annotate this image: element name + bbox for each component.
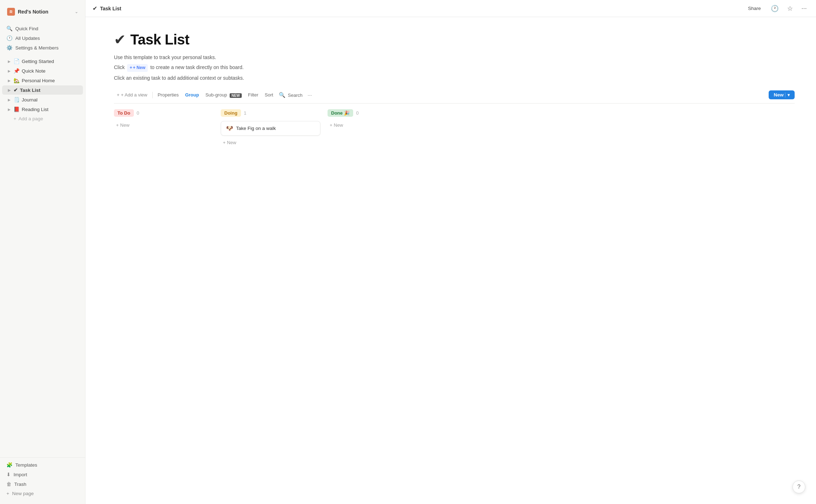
kanban-column-done: Done 🎉 0 + New [328, 109, 427, 129]
chevron-icon: ▶ [8, 98, 11, 102]
sidebar-item-quick-note[interactable]: ▶ 📌 Quick Note [2, 66, 83, 75]
share-button[interactable]: Share [744, 4, 764, 12]
sidebar-item-getting-started[interactable]: ▶ 📄 Getting Started [2, 57, 83, 66]
new-record-button[interactable]: New ▾ [769, 90, 795, 99]
column-count-todo: 0 [137, 110, 139, 116]
favorite-button[interactable]: ☆ [785, 3, 795, 14]
properties-button[interactable]: Properties [155, 91, 182, 99]
sidebar-item-reading-list[interactable]: ▶ 📕 Reading List [2, 105, 83, 114]
plus-icon: + [117, 92, 120, 98]
page-label: Getting Started [22, 59, 54, 64]
kanban-column-todo: To Do 0 + New [114, 109, 214, 129]
import-icon: ⬇ [6, 472, 11, 477]
templates-icon: 🧩 [6, 462, 12, 468]
quick-find-label: Quick Find [15, 26, 38, 31]
chevron-icon: ▶ [8, 107, 11, 111]
page-label: Personal Home [22, 78, 55, 83]
pages-section: ▶ 📄 Getting Started ▶ 📌 Quick Note ▶ 🏡 P… [0, 56, 85, 124]
plus-icon: + [223, 140, 226, 145]
plus-icon: + [14, 116, 16, 121]
chevron-icon: ▶ [8, 88, 11, 92]
plus-icon: + [6, 491, 9, 496]
column-count-done: 0 [356, 110, 359, 116]
new-page-label: New page [12, 491, 34, 496]
chevron-icon: ▶ [8, 59, 11, 63]
more-options-button[interactable]: ··· [799, 3, 809, 14]
settings-item[interactable]: ⚙️ Settings & Members [2, 43, 83, 52]
all-updates-item[interactable]: 🕐 All Updates [2, 33, 83, 43]
add-a-page-item[interactable]: ▶ + Add a page [2, 114, 83, 123]
workspace-avatar: R [7, 8, 15, 16]
plus-icon: + [330, 122, 333, 128]
page-content: ✔ Task List Use this template to track y… [85, 17, 816, 504]
column-label-done: Done 🎉 [328, 109, 353, 117]
add-card-done-button[interactable]: + New [328, 121, 345, 129]
page-icon: 🏡 [14, 78, 20, 83]
chevron-icon: ▶ [8, 79, 11, 83]
page-label: Reading List [22, 107, 48, 112]
sort-button[interactable]: Sort [262, 91, 276, 99]
page-description-3: Click an existing task to add additional… [114, 74, 795, 82]
search-icon: 🔍 [6, 26, 12, 31]
new-page-item[interactable]: + New page [2, 489, 83, 498]
kanban-column-doing: Doing 1 🐶 Take Fig on a walk + New [221, 109, 320, 147]
page-description-1: Use this template to track your personal… [114, 53, 795, 61]
clock-icon: 🕐 [771, 5, 779, 12]
card-title: Take Fig on a walk [236, 126, 276, 131]
topbar-title: Task List [100, 6, 121, 11]
add-page-label: Add a page [19, 116, 43, 121]
main-area: ✔ Task List Share 🕐 ☆ ··· ✔ Task List Us… [85, 0, 816, 504]
page-icon: 🗒️ [14, 97, 20, 103]
toolbar-divider [152, 92, 153, 98]
plus-icon: + [116, 122, 119, 128]
quick-find-item[interactable]: 🔍 Quick Find [2, 24, 83, 33]
subgroup-button[interactable]: Sub-group NEW [203, 91, 245, 99]
workspace-header[interactable]: R Red's Notion ⌄ [4, 6, 81, 18]
sidebar-item-journal[interactable]: ▶ 🗒️ Journal [2, 95, 83, 104]
plus-icon: + [130, 64, 132, 71]
page-label: Quick Note [22, 68, 46, 74]
inline-new-badge: + + New [127, 64, 148, 72]
templates-item[interactable]: 🧩 Templates [2, 460, 83, 469]
templates-label: Templates [15, 462, 37, 468]
star-icon: ☆ [787, 5, 793, 12]
page-icon: ✔ [14, 87, 18, 93]
topbar-breadcrumb: ✔ Task List [93, 5, 121, 12]
chevron-down-icon[interactable]: ▾ [785, 93, 790, 98]
workspace-name: Red's Notion [18, 9, 48, 15]
topbar-actions: Share 🕐 ☆ ··· [744, 3, 809, 14]
search-button[interactable]: 🔍 Search [277, 90, 304, 100]
import-item[interactable]: ⬇ Import [2, 470, 83, 479]
all-updates-label: All Updates [15, 36, 40, 41]
topbar-page-icon: ✔ [93, 5, 97, 12]
nav-section: 🔍 Quick Find 🕐 All Updates ⚙️ Settings &… [0, 23, 85, 53]
chevron-icon: ▶ [8, 69, 11, 73]
group-button[interactable]: Group [182, 91, 202, 99]
add-card-doing-button[interactable]: + New [221, 138, 239, 147]
filter-button[interactable]: Filter [245, 91, 261, 99]
page-icon: 📕 [14, 106, 20, 112]
kanban-card-take-fig[interactable]: 🐶 Take Fig on a walk [221, 121, 320, 136]
page-description-2: Click + + New to create a new task direc… [114, 63, 795, 72]
sidebar-item-personal-home[interactable]: ▶ 🏡 Personal Home [2, 76, 83, 85]
gear-icon: ⚙️ [6, 45, 12, 51]
trash-label: Trash [14, 482, 26, 487]
add-card-todo-button[interactable]: + New [114, 121, 132, 129]
help-button[interactable]: ? [793, 481, 805, 493]
sidebar-item-task-list[interactable]: ▶ ✔ Task List [2, 85, 83, 95]
history-button[interactable]: 🕐 [769, 3, 781, 14]
import-label: Import [14, 472, 27, 477]
toolbar-left: + + Add a view Properties Group Sub-grou… [114, 90, 767, 100]
database-toolbar: + + Add a view Properties Group Sub-grou… [114, 90, 795, 104]
trash-item[interactable]: 🗑 Trash [2, 479, 83, 489]
column-label-todo: To Do [114, 109, 134, 117]
page-header-icon: ✔ [114, 31, 126, 48]
add-view-button[interactable]: + + Add a view [114, 91, 150, 99]
topbar: ✔ Task List Share 🕐 ☆ ··· [85, 0, 816, 17]
column-header-done: Done 🎉 0 [328, 109, 427, 117]
more-options-toolbar-button[interactable]: ··· [305, 90, 314, 99]
column-label-doing: Doing [221, 109, 241, 117]
column-header-todo: To Do 0 [114, 109, 214, 117]
settings-label: Settings & Members [15, 45, 59, 51]
clock-icon: 🕐 [6, 35, 12, 41]
